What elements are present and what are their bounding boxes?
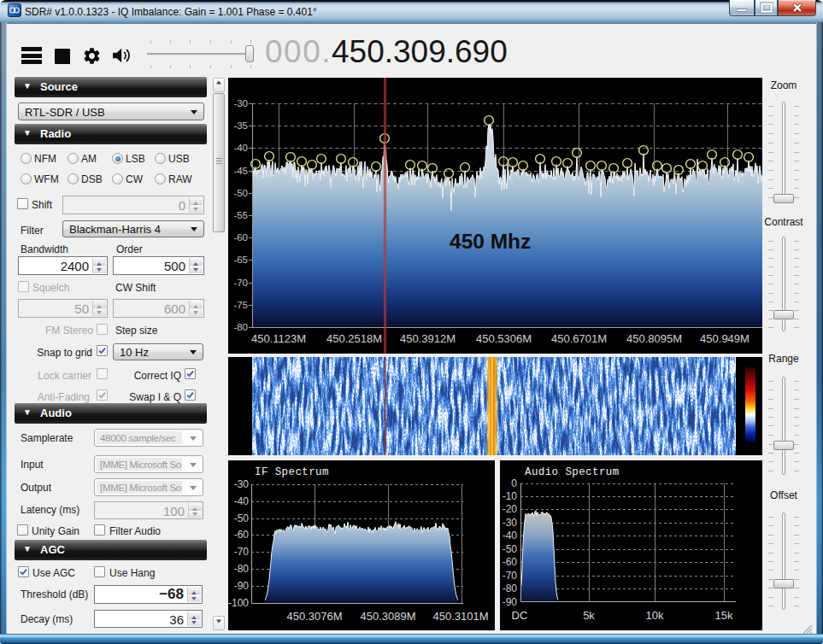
svg-text:450.1123M: 450.1123M bbox=[251, 332, 306, 345]
svg-text:-30: -30 bbox=[233, 98, 248, 108]
svg-text:-50: -50 bbox=[234, 512, 250, 524]
svg-text:-60: -60 bbox=[234, 529, 250, 541]
svg-text:-60: -60 bbox=[233, 232, 248, 243]
svg-text:-65: -65 bbox=[233, 255, 248, 265]
svg-text:-60: -60 bbox=[503, 556, 518, 568]
svg-text:-70: -70 bbox=[233, 278, 248, 288]
svg-text:-35: -35 bbox=[233, 120, 248, 131]
svg-text:-50: -50 bbox=[503, 543, 518, 555]
svg-text:-40: -40 bbox=[233, 143, 248, 153]
svg-text:-80: -80 bbox=[503, 583, 518, 594]
svg-text:450.3076M: 450.3076M bbox=[286, 610, 342, 623]
svg-text:-80: -80 bbox=[233, 322, 248, 332]
svg-text:450.5306M: 450.5306M bbox=[476, 332, 532, 345]
svg-text:-20: -20 bbox=[503, 503, 518, 515]
svg-text:450.3089M: 450.3089M bbox=[360, 610, 415, 623]
svg-text:-30: -30 bbox=[234, 478, 250, 490]
svg-text:15k: 15k bbox=[715, 609, 733, 622]
svg-text:-75: -75 bbox=[233, 300, 248, 310]
svg-text:-80: -80 bbox=[234, 563, 250, 575]
svg-text:0: 0 bbox=[511, 477, 517, 489]
svg-text:450 Mhz: 450 Mhz bbox=[450, 230, 531, 253]
svg-text:450.949M: 450.949M bbox=[700, 332, 750, 345]
svg-text:-45: -45 bbox=[233, 166, 248, 176]
svg-text:-90: -90 bbox=[503, 596, 518, 608]
svg-text:450.3101M: 450.3101M bbox=[432, 610, 488, 623]
svg-text:5k: 5k bbox=[583, 609, 595, 622]
svg-text:-10: -10 bbox=[503, 490, 518, 502]
svg-text:-70: -70 bbox=[234, 546, 250, 558]
svg-text:-55: -55 bbox=[233, 210, 248, 220]
svg-text:-40: -40 bbox=[503, 530, 518, 542]
svg-text:10k: 10k bbox=[646, 609, 664, 622]
svg-text:450.2518M: 450.2518M bbox=[326, 332, 382, 345]
svg-text:DC: DC bbox=[512, 609, 528, 622]
svg-text:450.6701M: 450.6701M bbox=[551, 332, 607, 345]
svg-text:Audio Spectrum: Audio Spectrum bbox=[525, 466, 620, 478]
svg-text:-70: -70 bbox=[503, 570, 518, 582]
svg-text:450.3912M: 450.3912M bbox=[400, 332, 456, 345]
svg-text:-90: -90 bbox=[234, 580, 250, 592]
svg-text:-100: -100 bbox=[228, 597, 249, 609]
svg-text:-40: -40 bbox=[234, 495, 250, 507]
svg-text:-30: -30 bbox=[503, 517, 518, 529]
svg-text:IF Spectrum: IF Spectrum bbox=[255, 466, 329, 478]
svg-text:450.8095M: 450.8095M bbox=[626, 332, 682, 345]
svg-text:-50: -50 bbox=[233, 188, 248, 198]
